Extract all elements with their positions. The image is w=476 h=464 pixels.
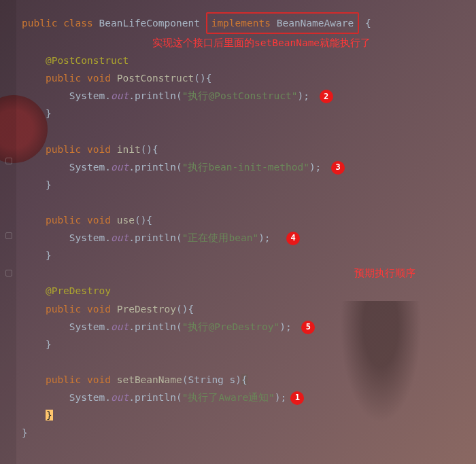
code-line: } (22, 336, 476, 353)
annotation-text: 预期执行顺序 (22, 264, 476, 282)
code-line: public class BeanLifeComponent implement… (22, 12, 476, 34)
code-line: public void PreDestroy(){ (22, 300, 476, 318)
code-line: @PreDestroy (22, 282, 476, 300)
code-line: public void use(){ (22, 211, 476, 229)
order-badge: 2 (320, 90, 333, 103)
highlight-box: implements BeanNameAware (206, 12, 360, 34)
cursor: } (46, 410, 53, 421)
code-line: System.out.println("执行了Aware通知");1 (22, 389, 476, 406)
code-editor[interactable]: public class BeanLifeComponent implement… (0, 0, 476, 442)
code-line: } (22, 176, 476, 194)
code-line: @PostConstruct (22, 52, 476, 69)
code-line: System.out.println("执行@PostConstruct"); … (22, 87, 476, 105)
code-line (22, 194, 476, 211)
code-line: public void init(){ (22, 141, 476, 158)
code-line: } (22, 105, 476, 122)
code-line: } (22, 406, 476, 424)
code-line: public void PostConstruct(){ (22, 69, 476, 87)
code-line: System.out.println("执行bean-init-method")… (22, 158, 476, 176)
order-badge: 5 (301, 321, 315, 334)
code-line (22, 353, 476, 371)
code-line: } (22, 424, 476, 442)
order-badge: 3 (331, 161, 345, 175)
code-line: System.out.println("正在使用bean"); 4 (22, 229, 476, 247)
order-badge: 1 (290, 391, 304, 405)
code-line: System.out.println("执行@PreDestroy"); 5 (22, 318, 476, 336)
code-line (22, 123, 476, 141)
code-line: } (22, 247, 476, 264)
order-badge: 4 (286, 232, 300, 245)
annotation-text: 实现这个接口后里面的setBeanName就能执行了 (22, 34, 476, 52)
code-line: public void setBeanName(String s){ (22, 371, 476, 389)
